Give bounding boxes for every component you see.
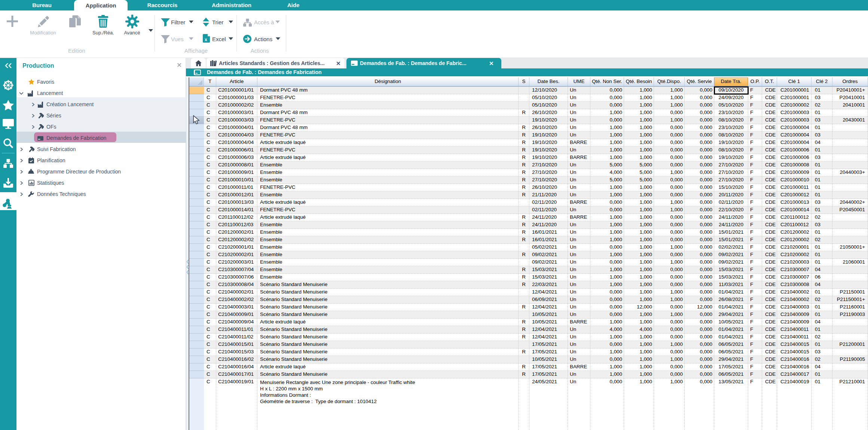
svg-text:x: x [205,37,207,42]
